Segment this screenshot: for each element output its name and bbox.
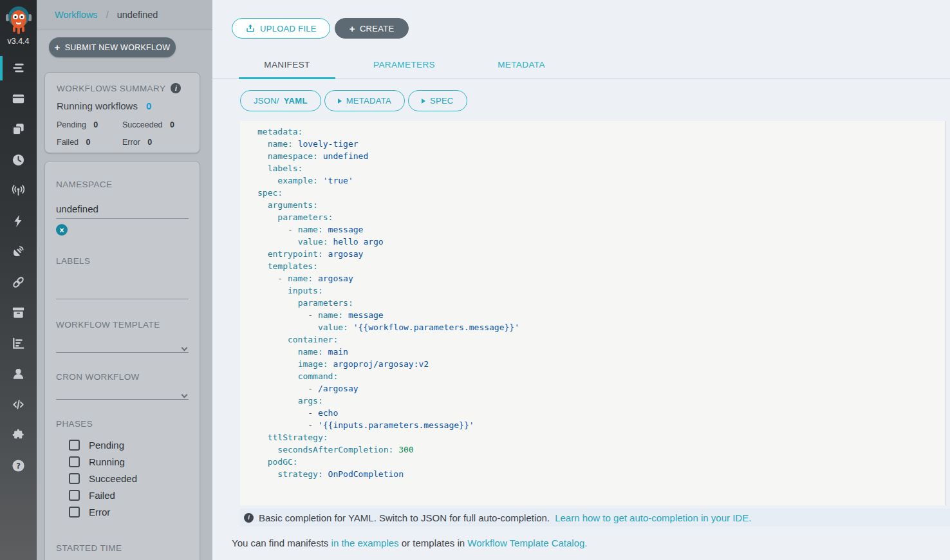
upload-file-button[interactable]: UPLOAD FILE	[232, 18, 330, 39]
stat-failed: Failed 0	[57, 136, 122, 147]
submit-new-workflow-button[interactable]: + SUBMIT NEW WORKFLOW	[49, 37, 176, 57]
phase-row-error: Error	[56, 503, 189, 520]
nav-cron-workflows[interactable]	[0, 145, 37, 176]
nav-event-sources[interactable]	[0, 206, 37, 237]
dish-icon	[11, 244, 26, 259]
workflows-sidebar: Workflows / undefined + SUBMIT NEW WORKF…	[37, 0, 212, 560]
tab-bar: MANIFEST PARAMETERS METADATA	[212, 54, 950, 79]
manifest-editor[interactable]: metadata: name: lovely-tiger namespace: …	[240, 121, 946, 505]
cron-workflow-select[interactable]	[56, 391, 189, 400]
upload-icon	[245, 23, 256, 33]
plus-icon: +	[55, 42, 61, 53]
phase-row-failed: Failed	[56, 487, 189, 503]
nav-help[interactable]: ?	[0, 451, 37, 481]
template-catalog-link[interactable]: Workflow Template Catalog.	[467, 537, 587, 548]
breadcrumb-current: undefined	[117, 10, 158, 20]
spec-collapse-button[interactable]: SPEC	[408, 90, 467, 111]
toolbar: UPLOAD FILE + CREATE	[232, 18, 409, 39]
nav-user[interactable]	[0, 359, 37, 389]
puzzle-icon	[11, 427, 26, 442]
summary-title: WORKFLOWS SUMMARY	[57, 84, 165, 93]
nav-event-bindings[interactable]	[0, 267, 37, 298]
caret-right-icon	[338, 98, 342, 104]
stat-pending: Pending 0	[57, 118, 122, 130]
breadcrumb: Workflows / undefined	[37, 0, 212, 30]
create-button[interactable]: + CREATE	[335, 18, 409, 39]
nav-workflow-templates[interactable]	[0, 84, 37, 115]
phase-row-succeeded: Succeeded	[56, 470, 189, 487]
json-yaml-toggle[interactable]: JSON/YAML	[240, 90, 321, 111]
main-content: UPLOAD FILE + CREATE MANIFEST PARAMETERS…	[212, 0, 950, 560]
filters-card: NAMESPACE undefined LABELS WORKFLOW TEMP…	[44, 161, 200, 560]
running-workflows-label: Running workflows	[57, 100, 138, 111]
nav-sensors[interactable]	[0, 236, 37, 267]
user-icon	[11, 366, 26, 381]
phase-checkbox[interactable]	[69, 440, 80, 451]
workflow-template-heading: WORKFLOW TEMPLATE	[56, 320, 189, 330]
breadcrumb-workflows-link[interactable]: Workflows	[55, 10, 98, 20]
hint-text: Basic completion for YAML. Switch to JSO…	[259, 512, 550, 523]
phase-list: Pending Running Succeeded Failed Error	[56, 436, 189, 520]
started-time-heading: STARTED TIME	[56, 543, 189, 553]
editor-toolbar: JSON/YAML METADATA SPEC	[240, 90, 467, 111]
clock-icon	[11, 153, 26, 167]
argo-workflows-app: v3.4.4 ? Workflows / undefined + SUBMIT …	[0, 0, 950, 560]
argo-logo-icon[interactable]	[5, 5, 33, 35]
phase-checkbox[interactable]	[69, 456, 80, 467]
breadcrumb-separator: /	[106, 10, 109, 20]
primary-nav: v3.4.4 ?	[0, 0, 37, 560]
chevron-down-icon	[182, 345, 188, 351]
metadata-collapse-button[interactable]: METADATA	[324, 90, 405, 111]
tab-manifest[interactable]: MANIFEST	[239, 54, 335, 79]
nav-event-flow[interactable]	[0, 175, 37, 206]
plus-icon: +	[349, 23, 355, 34]
clone-icon	[11, 122, 26, 136]
nav-icon-list: ?	[0, 53, 37, 481]
ide-autocompletion-link[interactable]: Learn how to get auto-completion in your…	[555, 512, 751, 523]
phase-checkbox[interactable]	[69, 473, 80, 484]
phases-heading: PHASES	[56, 419, 189, 429]
phase-row-running: Running	[56, 453, 189, 470]
nav-api-docs[interactable]	[0, 389, 37, 420]
nav-reports[interactable]	[0, 328, 37, 359]
tab-parameters[interactable]: PARAMETERS	[356, 54, 452, 79]
version-label: v3.4.4	[0, 37, 37, 46]
question-icon: ?	[11, 458, 26, 473]
nav-plugins[interactable]	[0, 420, 37, 451]
cron-workflow-heading: CRON WORKFLOW	[56, 372, 189, 382]
namespace-clear-chip[interactable]	[56, 224, 68, 236]
nav-cluster-workflow-templates[interactable]	[0, 114, 37, 145]
phase-checkbox[interactable]	[69, 507, 80, 518]
bolt-icon	[11, 214, 26, 229]
phase-row-pending: Pending	[56, 436, 189, 453]
chart-icon	[11, 336, 26, 351]
examples-link[interactable]: in the examples	[331, 537, 399, 548]
phase-checkbox[interactable]	[69, 490, 80, 501]
nav-workflows[interactable]	[0, 53, 37, 84]
footer-note: You can find manifests in the examples o…	[232, 537, 588, 548]
namespace-input[interactable]: undefined	[56, 203, 189, 219]
nav-archived-workflows[interactable]	[0, 297, 37, 328]
close-icon	[59, 224, 64, 236]
link-icon	[11, 275, 26, 290]
labels-heading: LABELS	[56, 256, 189, 266]
stat-succeeded: Succeeded 0	[122, 118, 188, 130]
yaml-code: metadata: name: lovely-tiger namespace: …	[257, 126, 945, 480]
svg-text:?: ?	[16, 461, 21, 470]
running-workflows-count: 0	[146, 100, 151, 111]
tab-metadata[interactable]: METADATA	[473, 54, 570, 79]
archive-icon	[11, 305, 26, 320]
broadcast-icon	[11, 183, 26, 198]
caret-right-icon	[422, 98, 425, 104]
labels-input[interactable]	[56, 271, 189, 299]
chevron-down-icon	[182, 392, 188, 398]
namespace-heading: NAMESPACE	[56, 180, 189, 189]
info-icon[interactable]	[171, 83, 181, 93]
window-icon	[11, 91, 26, 106]
workflows-summary-card: WORKFLOWS SUMMARY Running workflows 0 Pe…	[44, 72, 200, 153]
info-icon	[244, 513, 254, 523]
stream-icon	[11, 61, 26, 75]
stat-error: Error 0	[122, 136, 188, 147]
workflow-template-select[interactable]	[56, 344, 189, 353]
code-icon	[11, 397, 26, 412]
